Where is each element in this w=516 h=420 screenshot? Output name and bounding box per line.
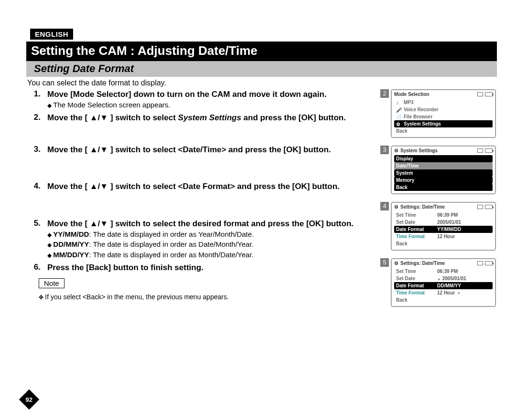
menu-item-label: Set Time xyxy=(396,269,434,274)
lcd-menu-item: 🎤Voice Recorder xyxy=(394,106,493,113)
steps-list: 1.Move [Mode Selector] down to turn on t… xyxy=(26,89,386,273)
step-sub: MM/DD/YY: The date is displayed in order… xyxy=(47,250,386,260)
step: 3.Move the [ ▲/▼ ] switch to select <Dat… xyxy=(30,145,386,155)
step-number: 2. xyxy=(30,113,41,123)
triangle-down-icon xyxy=(455,290,461,295)
lcd-screen: 2Mode Selection♪MP3🎤Voice Recorder📄File … xyxy=(391,89,497,138)
menu-item-label: Back xyxy=(396,185,434,190)
menu-item-icon: ♪ xyxy=(396,100,401,105)
note-label: Note xyxy=(39,278,64,288)
menu-item-icon: 🎤 xyxy=(396,107,401,112)
lcd-title: System Settings xyxy=(400,148,438,153)
battery-icon xyxy=(485,92,493,96)
menu-item-value: 12 Hour xyxy=(437,290,491,295)
lcd-menu-item: Date Format DD/MM/YY xyxy=(394,282,493,289)
step-number: 1. xyxy=(30,89,41,110)
lcd-menu-item: Date/Time xyxy=(394,162,493,169)
settings-icon: ⚙ xyxy=(394,261,398,266)
step-instruction: Move the [ ▲/▼ ] switch to select the de… xyxy=(47,219,386,229)
step-instruction: Press the [Back] button to finish settin… xyxy=(47,262,386,273)
step-instruction: Move the [ ▲/▼ ] switch to select <Date/… xyxy=(47,145,386,155)
lcd-step-number: 2 xyxy=(380,89,389,98)
menu-item-value: 2005/01/01 xyxy=(437,276,491,281)
lcd-menu-item: 📄File Browser xyxy=(394,113,493,120)
language-tag: ENGLISH xyxy=(30,29,73,40)
step: 4.Move the [ ▲/▼ ] switch to select <Dat… xyxy=(30,181,386,191)
menu-item-label: Time Format xyxy=(396,234,434,239)
page-number: 92 xyxy=(19,389,39,410)
menu-item-label: Time Format xyxy=(396,290,434,295)
lcd-title: Settings: Date/Time xyxy=(400,204,445,210)
menu-item-label: System xyxy=(396,170,434,176)
step-number: 4. xyxy=(30,181,41,191)
memory-card-icon xyxy=(477,148,483,153)
step: 6.Press the [Back] button to finish sett… xyxy=(30,262,386,273)
menu-item-label: Set Date xyxy=(396,276,434,281)
step-sub: YY/MM/DD: The date is displayed in order… xyxy=(47,230,386,239)
memory-card-icon xyxy=(477,92,483,96)
lcd-menu-item: Back xyxy=(394,240,493,247)
menu-item-icon: ⚙ xyxy=(396,122,401,126)
step-number: 3. xyxy=(30,145,41,155)
menu-item-label: Date Format xyxy=(396,283,434,288)
menu-item-value: YY/MM/DD xyxy=(437,227,491,232)
step-sub: DD/MM/YY: The date is displayed in order… xyxy=(47,240,386,249)
lcd-title: Settings: Date/Time xyxy=(400,261,445,266)
lcd-menu-item: Set Time 06:39 PM xyxy=(394,211,493,219)
menu-item-value: 06:39 PM xyxy=(437,269,491,274)
step: 2.Move the [ ▲/▼ ] switch to select Syst… xyxy=(30,113,386,123)
intro-text: You can select the date format to displa… xyxy=(26,77,497,89)
lcd-title: Mode Selection xyxy=(394,92,429,97)
lcd-menu-item: Date Format YY/MM/DD xyxy=(394,226,493,233)
lcd-step-number: 5 xyxy=(380,258,389,267)
lcd-screen: 4⚙Settings: Date/TimeSet Time 06:39 PMSe… xyxy=(391,202,497,251)
step: 5.Move the [ ▲/▼ ] switch to select the … xyxy=(30,219,386,260)
lcd-menu-item: Time Format 12 Hour xyxy=(394,233,493,240)
lcd-menu-item: Memory xyxy=(394,177,493,184)
menu-item-label: File Browser xyxy=(404,114,442,119)
menu-item-label: Set Date xyxy=(396,220,434,225)
battery-icon xyxy=(485,205,493,209)
memory-card-icon xyxy=(477,205,483,209)
menu-item-icon: 📄 xyxy=(396,115,401,119)
step-instruction: Move the [ ▲/▼ ] switch to select <Date … xyxy=(47,181,386,191)
menu-item-label: Date Format xyxy=(396,227,434,232)
menu-item-label: Back xyxy=(396,297,434,303)
settings-icon: ⚙ xyxy=(394,204,398,210)
lcd-menu-item: Display xyxy=(394,155,493,162)
lcd-screen: 5⚙Settings: Date/TimeSet Time 06:39 PMSe… xyxy=(391,258,497,307)
menu-item-label: Back xyxy=(396,128,434,134)
menu-item-label: System Settings xyxy=(404,121,442,126)
lcd-menu-item: Back xyxy=(394,184,493,191)
page-title: Setting the CAM : Adjusting Date/Time xyxy=(26,42,497,61)
lcd-menu-item: Time Format 12 Hour xyxy=(394,289,493,296)
menu-item-value: DD/MM/YY xyxy=(437,283,491,288)
lcd-step-number: 4 xyxy=(380,202,389,210)
menu-item-label: MP3 xyxy=(404,100,442,105)
menu-item-label: Set Time xyxy=(396,212,434,218)
lcd-menu-item: Set Time 06:39 PM xyxy=(394,268,493,275)
memory-card-icon xyxy=(477,261,483,265)
menu-item-label: Date/Time xyxy=(396,163,434,168)
step-instruction: Move [Mode Selector] down to turn on the… xyxy=(47,89,386,99)
menu-item-value: 12 Hour xyxy=(437,234,491,239)
triangle-up-icon xyxy=(437,276,441,281)
step-sub: The Mode Selection screen appears. xyxy=(47,100,386,110)
step-number: 6. xyxy=(30,262,41,273)
battery-icon xyxy=(485,261,493,265)
lcd-step-number: 3 xyxy=(380,146,389,154)
menu-item-label: Memory xyxy=(396,178,434,183)
settings-icon: ⚙ xyxy=(394,148,398,153)
menu-item-label: Display xyxy=(396,156,434,161)
lcd-screenshots: 2Mode Selection♪MP3🎤Voice Recorder📄File … xyxy=(391,89,497,315)
lcd-menu-item: Back xyxy=(394,127,493,135)
menu-item-value: 06:39 PM xyxy=(437,212,491,218)
step-number: 5. xyxy=(30,219,41,260)
step-instruction: Move the [ ▲/▼ ] switch to select System… xyxy=(47,113,386,123)
lcd-screen: 3⚙System SettingsDisplayDate/TimeSystemM… xyxy=(391,146,497,194)
page-subtitle: Setting Date Format xyxy=(26,61,497,77)
menu-item-value: 2005/01/01 xyxy=(437,220,491,225)
lcd-menu-item: Set Date 2005/01/01 xyxy=(394,219,493,226)
lcd-menu-item: Set Date 2005/01/01 xyxy=(394,275,493,282)
lcd-menu-item: System xyxy=(394,169,493,177)
